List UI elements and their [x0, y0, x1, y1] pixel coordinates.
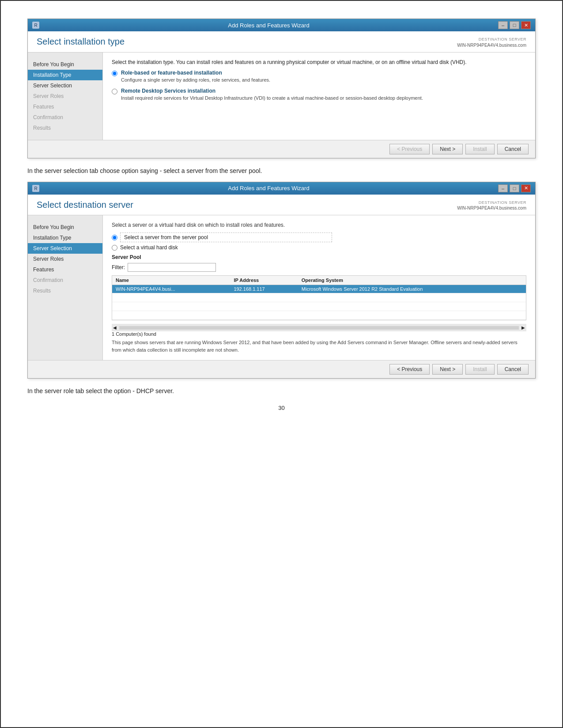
option-role-based-text: Role-based or feature-based installation…: [121, 70, 270, 83]
previous-button-2[interactable]: < Previous: [389, 364, 430, 375]
destination-server-info-2: DESTINATION SERVER WIN-NRP94PEA4V4.busin…: [457, 200, 526, 212]
option-1-desc: Configure a single server by adding role…: [121, 77, 270, 83]
sidebar-2-confirmation: Confirmation: [28, 275, 102, 285]
sidebar-2-server-selection[interactable]: Server Selection: [28, 243, 102, 254]
col-name: Name: [112, 276, 230, 285]
wizard-2-body: Select destination server DESTINATION SE…: [28, 195, 535, 379]
sidebar-2-server-roles[interactable]: Server Roles: [28, 254, 102, 264]
option-2-desc: Install required role services for Virtu…: [121, 95, 423, 101]
sidebar-item-server-selection[interactable]: Server Selection: [28, 80, 102, 91]
wizard-1-header: Select installation type DESTINATION SER…: [28, 31, 535, 53]
remote-desktop-radio[interactable]: [112, 89, 117, 94]
sidebar-2-results: Results: [28, 285, 102, 296]
maximize-button-2[interactable]: □: [510, 184, 519, 192]
filter-label: Filter:: [112, 264, 125, 270]
role-based-radio[interactable]: [112, 71, 117, 76]
window-controls-2: – □ ✕: [498, 184, 531, 192]
wizard-1: R Add Roles and Features Wizard – □ ✕ Se…: [27, 19, 536, 158]
wizard-2-titlebar: R Add Roles and Features Wizard – □ ✕: [28, 182, 535, 195]
empty-row-1: [112, 293, 526, 302]
instruction-1: In the server selection tab choose optio…: [27, 166, 536, 176]
sidebar-item-installation-type[interactable]: Installation Type: [28, 70, 102, 80]
server-pool-info-text: This page shows servers that are running…: [112, 339, 526, 353]
server-pool-label: Server Pool: [112, 254, 526, 260]
scroll-right-icon[interactable]: ▶: [521, 325, 525, 330]
table-row[interactable]: WIN-NRP94PEA4V4.busi... 192.168.1.117 Mi…: [112, 285, 526, 293]
next-button-1[interactable]: Next >: [432, 144, 463, 154]
empty-row-3: [112, 311, 526, 320]
sidebar-item-confirmation: Confirmation: [28, 112, 102, 123]
sidebar-item-results: Results: [28, 123, 102, 133]
select-vhd-radio[interactable]: [112, 245, 117, 251]
maximize-button[interactable]: □: [510, 21, 519, 29]
svg-text:R: R: [34, 186, 37, 191]
titlebar-icon: R: [32, 22, 39, 29]
destination-label-2: DESTINATION SERVER: [457, 200, 526, 206]
minimize-button-2[interactable]: –: [498, 184, 508, 192]
server-selection-description: Select a server or a virtual hard disk o…: [112, 222, 526, 228]
sidebar-item-server-roles: Server Roles: [28, 91, 102, 101]
close-button[interactable]: ✕: [521, 21, 531, 29]
wizard-2-page-title: Select destination server: [37, 200, 133, 210]
filter-row: Filter:: [112, 263, 526, 272]
installation-options: Role-based or feature-based installation…: [112, 70, 526, 102]
select-server-pool-row: Select a server from the server pool: [112, 233, 526, 242]
col-ip: IP Address: [230, 276, 298, 285]
server-table: Name IP Address Operating System WIN-NRP…: [112, 276, 526, 320]
col-os: Operating System: [298, 276, 526, 285]
computers-found: 1 Computer(s) found: [112, 331, 526, 337]
instruction-2: In the server role tab select the option…: [27, 387, 536, 396]
select-server-pool-radio[interactable]: [112, 235, 117, 240]
filter-input[interactable]: [128, 263, 216, 272]
option-remote-desktop: Remote Desktop Services installation Ins…: [112, 88, 526, 101]
wizard-2-icon: R: [32, 185, 39, 192]
page-number: 30: [27, 405, 536, 411]
server-table-container: Name IP Address Operating System WIN-NRP…: [112, 275, 526, 320]
install-button-1[interactable]: Install: [465, 144, 494, 154]
close-button-2[interactable]: ✕: [521, 184, 531, 192]
previous-button-1[interactable]: < Previous: [389, 144, 430, 154]
wizard-2-content: Select a server or a virtual hard disk o…: [103, 215, 535, 360]
wizard-1-titlebar: R Add Roles and Features Wizard – □ ✕: [28, 19, 535, 31]
server-os: Microsoft Windows Server 2012 R2 Standar…: [298, 285, 526, 293]
minimize-button[interactable]: –: [498, 21, 508, 29]
destination-server-name: WIN-NRP94PEA4V4.business.com: [457, 42, 526, 49]
wizard-2-header: Select destination server DESTINATION SE…: [28, 195, 535, 216]
table-header-row: Name IP Address Operating System: [112, 276, 526, 285]
cancel-button-1[interactable]: Cancel: [497, 144, 529, 154]
sidebar-2-installation-type[interactable]: Installation Type: [28, 233, 102, 243]
titlebar-icon-2: R: [32, 185, 39, 192]
wizard-2-sidebar: Before You Begin Installation Type Serve…: [28, 215, 103, 360]
select-server-pool-label: Select a server from the server pool: [120, 233, 332, 242]
next-button-2[interactable]: Next >: [432, 364, 463, 375]
sidebar-2-before-you-begin[interactable]: Before You Begin: [28, 222, 102, 233]
wizard-1-title: Add Roles and Features Wizard: [39, 22, 498, 29]
option-2-title: Remote Desktop Services installation: [121, 88, 423, 94]
destination-server-info: DESTINATION SERVER WIN-NRP94PEA4V4.busin…: [457, 37, 526, 49]
wizard-1-footer: < Previous Next > Install Cancel: [28, 140, 535, 158]
sidebar-2-features[interactable]: Features: [28, 264, 102, 275]
page-content: R Add Roles and Features Wizard – □ ✕ Se…: [1, 1, 562, 429]
option-remote-desktop-text: Remote Desktop Services installation Ins…: [121, 88, 423, 101]
select-vhd-row: Select a virtual hard disk: [112, 244, 526, 251]
scroll-left-icon[interactable]: ◀: [113, 325, 117, 330]
wizard-1-sidebar: Before You Begin Installation Type Serve…: [28, 53, 103, 140]
sidebar-item-before-you-begin[interactable]: Before You Begin: [28, 59, 102, 70]
scroll-indicator: [119, 326, 519, 330]
wizard-2-main: Before You Begin Installation Type Serve…: [28, 215, 535, 360]
wizard-1-main: Before You Begin Installation Type Serve…: [28, 53, 535, 140]
wizard-1-page-title: Select installation type: [37, 37, 125, 47]
sidebar-item-features: Features: [28, 101, 102, 112]
cancel-button-2[interactable]: Cancel: [497, 364, 529, 375]
scrollbar-row: ◀ ▶: [112, 324, 526, 331]
install-button-2[interactable]: Install: [465, 364, 494, 375]
window-controls: – □ ✕: [498, 21, 531, 29]
destination-server-name-2: WIN-NRP94PEA4V4.business.com: [457, 205, 526, 211]
empty-row-2: [112, 302, 526, 311]
installation-type-description: Select the installation type. You can in…: [112, 59, 526, 65]
select-vhd-label: Select a virtual hard disk: [120, 244, 178, 251]
server-name: WIN-NRP94PEA4V4.busi...: [112, 285, 230, 293]
wizard-1-body: Select installation type DESTINATION SER…: [28, 31, 535, 158]
wizard-2: R Add Roles and Features Wizard – □ ✕ Se…: [27, 182, 536, 379]
option-role-based: Role-based or feature-based installation…: [112, 70, 526, 83]
